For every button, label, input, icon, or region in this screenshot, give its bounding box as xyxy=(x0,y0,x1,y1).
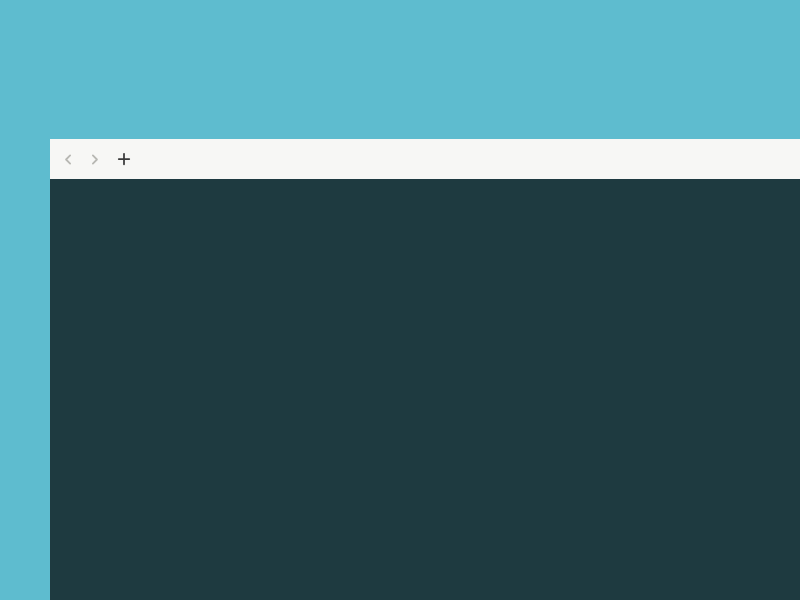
back-button[interactable] xyxy=(58,149,78,169)
new-tab-button[interactable] xyxy=(112,147,136,171)
content-area xyxy=(50,179,800,600)
tab-bar xyxy=(50,139,800,179)
app-window xyxy=(50,139,800,600)
plus-icon xyxy=(117,152,131,166)
chevron-right-icon xyxy=(88,153,101,166)
chevron-left-icon xyxy=(62,153,75,166)
forward-button[interactable] xyxy=(84,149,104,169)
